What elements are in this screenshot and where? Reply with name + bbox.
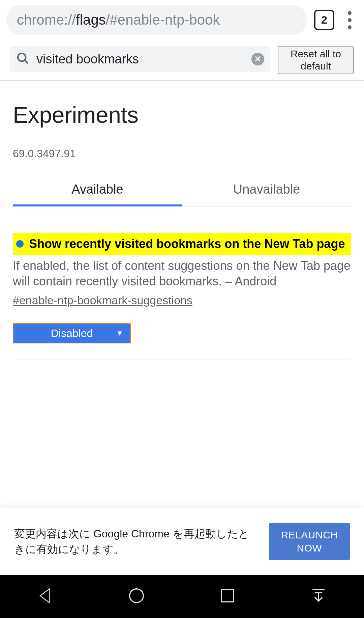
url-protocol: chrome:// [17,12,76,28]
svg-rect-3 [221,590,234,602]
search-box[interactable]: ✕ [10,46,270,72]
flag-state-select[interactable]: Disabled ▼ [13,323,131,343]
flags-toolbar: ✕ Reset all to default [0,40,364,81]
tabs-row: Available Unavailable [13,175,351,206]
url-bar[interactable]: chrome://flags/#enable-ntp-book [6,5,307,35]
reset-all-button[interactable]: Reset all to default [278,46,354,74]
browser-top-bar: chrome://flags/#enable-ntp-book 2 [0,0,364,40]
search-icon [16,52,30,66]
tab-available-label: Available [71,182,123,196]
relaunch-banner: 変更内容は次に Google Chrome を再起動したときに有効になります。 … [0,508,364,575]
dropdown-caret-icon: ▼ [116,329,123,338]
clear-search-icon[interactable]: ✕ [251,53,264,65]
tab-unavailable[interactable]: Unavailable [182,175,351,206]
page-title: Experiments [13,102,351,128]
nav-recents-icon[interactable] [218,587,237,606]
url-path: /#enable-ntp-book [106,12,220,28]
reset-all-label: Reset all to default [282,48,350,72]
search-input[interactable] [36,52,245,66]
svg-line-1 [25,60,28,63]
version-label: 69.0.3497.91 [13,147,351,160]
flag-item: Show recently visited bookmarks on the N… [13,233,351,360]
android-nav-bar [0,575,364,618]
tab-switcher-button[interactable]: 2 [314,10,334,30]
flag-id-link[interactable]: #enable-ntp-bookmark-suggestions [13,294,192,307]
flag-state-value: Disabled [51,327,93,340]
svg-point-0 [18,53,26,61]
flag-modified-dot-icon [16,240,24,248]
tab-count: 2 [321,14,327,26]
relaunch-button[interactable]: RELAUNCH NOW [269,523,350,560]
svg-point-2 [130,589,144,603]
divider [13,360,351,360]
flag-title: Show recently visited bookmarks on the N… [29,236,345,251]
url-host: flags [76,12,106,28]
relaunch-label: RELAUNCH NOW [269,528,350,555]
flag-title-highlight: Show recently visited bookmarks on the N… [13,233,351,255]
nav-back-icon[interactable] [36,587,55,606]
flag-description: If enabled, the list of content suggesti… [13,258,351,289]
nav-home-icon[interactable] [127,587,146,606]
relaunch-message: 変更内容は次に Google Chrome を再起動したときに有効になります。 [14,526,255,557]
overflow-menu-icon[interactable] [341,10,358,30]
tab-unavailable-label: Unavailable [233,182,300,196]
tab-available[interactable]: Available [13,175,182,206]
page-content: Experiments 69.0.3497.91 Available Unava… [0,81,364,360]
nav-download-icon[interactable] [309,587,328,606]
